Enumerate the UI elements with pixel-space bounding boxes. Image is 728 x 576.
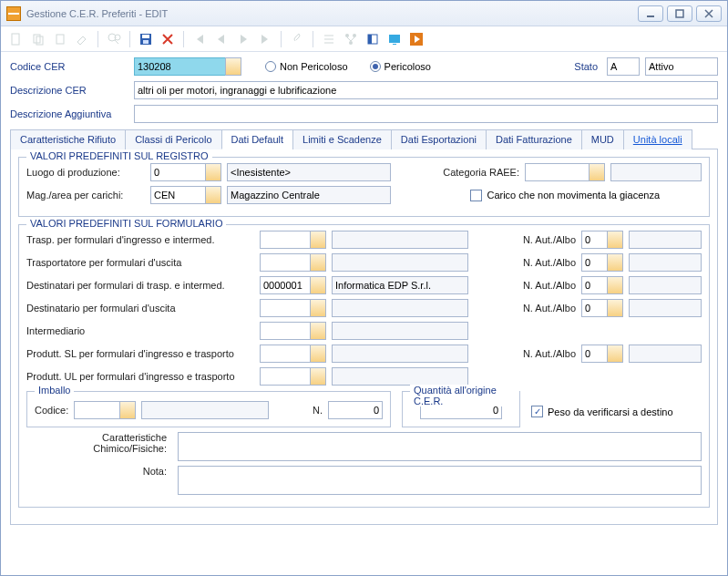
trasp-uscita-code[interactable] bbox=[260, 253, 310, 272]
descrizione-agg-input[interactable] bbox=[134, 105, 718, 123]
prod-ul-code[interactable] bbox=[260, 367, 310, 386]
peso-checkbox[interactable]: Peso da verificarsi a destino bbox=[531, 406, 673, 417]
prod-sl-lookup-button[interactable] bbox=[310, 345, 326, 363]
tabstrip: Caratteristiche Rifiuto Classi di Perico… bbox=[10, 129, 718, 149]
next-icon[interactable] bbox=[233, 29, 253, 49]
dest-uscita-naut-label: N. Aut./Albo bbox=[523, 303, 576, 314]
tab-classi-pericolo[interactable]: Classi di Pericolo bbox=[125, 129, 221, 149]
dest-uscita-naut[interactable] bbox=[581, 299, 607, 317]
new-icon[interactable] bbox=[6, 29, 26, 49]
dest-uscita-lookup-button[interactable] bbox=[310, 299, 326, 317]
tab-caratteristiche[interactable]: Caratteristiche Rifiuto bbox=[10, 129, 126, 149]
prod-ul-lookup-button[interactable] bbox=[310, 367, 326, 386]
list-icon[interactable] bbox=[319, 29, 339, 49]
delete-icon[interactable] bbox=[158, 29, 178, 49]
prod-sl-code[interactable] bbox=[260, 345, 310, 363]
close-button[interactable] bbox=[696, 5, 722, 22]
carico-checkbox[interactable]: Carico che non movimenta la giacenza bbox=[470, 190, 660, 201]
categoria-raee-desc-input bbox=[610, 163, 702, 181]
codice-cer-lookup-button[interactable] bbox=[225, 57, 241, 76]
trasp-uscita-naut-label: N. Aut./Albo bbox=[523, 257, 576, 268]
window-title: Gestione C.E.R. Preferiti - EDIT bbox=[26, 8, 638, 19]
tree-icon[interactable] bbox=[341, 29, 361, 49]
dest-ingresso-lookup-button[interactable] bbox=[310, 276, 326, 294]
screen-icon[interactable] bbox=[385, 29, 405, 49]
titlebar: Gestione C.E.R. Preferiti - EDIT bbox=[1, 1, 727, 26]
radio-pericoloso[interactable]: Pericoloso bbox=[370, 61, 431, 72]
descrizione-agg-label: Descrizione Aggiuntiva bbox=[10, 108, 128, 119]
intermediario-lookup-button[interactable] bbox=[310, 322, 326, 340]
imballo-codice-input[interactable] bbox=[74, 401, 119, 419]
trasp-ingresso-naut-button[interactable] bbox=[607, 231, 623, 249]
attach-icon[interactable] bbox=[287, 29, 307, 49]
intermediario-code[interactable] bbox=[260, 322, 310, 340]
dest-uscita-naut-button[interactable] bbox=[607, 299, 623, 317]
trasp-uscita-naut-button[interactable] bbox=[607, 253, 623, 272]
trasp-ingresso-code[interactable] bbox=[260, 231, 310, 249]
prod-sl-naut-button[interactable] bbox=[607, 345, 623, 363]
tab-mud[interactable]: MUD bbox=[581, 129, 624, 149]
dest-ingresso-naut-button[interactable] bbox=[607, 276, 623, 294]
codice-cer-label: Codice CER bbox=[10, 61, 128, 72]
svg-rect-5 bbox=[56, 35, 64, 44]
prev-icon[interactable] bbox=[211, 29, 231, 49]
dest-ingresso-naut-desc bbox=[629, 276, 702, 294]
app-icon bbox=[6, 6, 21, 21]
trasp-uscita-label: Trasportatore per formulari d'uscita bbox=[26, 257, 254, 268]
tab-dati-default[interactable]: Dati Default bbox=[221, 129, 293, 149]
tab-limiti-scadenze[interactable]: Limiti e Scadenze bbox=[292, 129, 392, 149]
first-icon[interactable] bbox=[190, 29, 210, 49]
categoria-raee-code-input[interactable] bbox=[525, 163, 589, 181]
svg-point-12 bbox=[353, 34, 356, 37]
dest-ingresso-naut[interactable] bbox=[581, 276, 607, 294]
imballo-desc-input bbox=[141, 401, 269, 419]
paste-icon[interactable] bbox=[50, 29, 70, 49]
imballo-n-label: N. bbox=[313, 405, 323, 416]
intermediario-desc bbox=[332, 322, 468, 340]
book-icon[interactable] bbox=[363, 29, 383, 49]
minimize-button[interactable] bbox=[638, 5, 663, 22]
group-registro: VALORI PREDEFINITI SUL REGISTRO Luogo di… bbox=[18, 157, 710, 217]
copy-icon[interactable] bbox=[28, 29, 48, 49]
tab-dati-esportazioni[interactable]: Dati Esportazioni bbox=[391, 129, 487, 149]
trasp-ingresso-naut[interactable] bbox=[581, 231, 607, 249]
dest-uscita-code[interactable] bbox=[260, 299, 310, 317]
luogo-lookup[interactable] bbox=[150, 163, 221, 181]
mag-lookup[interactable] bbox=[150, 186, 221, 204]
categoria-raee-lookup-button[interactable] bbox=[589, 163, 605, 181]
nota-input[interactable] bbox=[178, 466, 702, 495]
mag-lookup-button[interactable] bbox=[205, 186, 221, 204]
mag-code-input[interactable] bbox=[150, 186, 205, 204]
tab-dati-fatturazione[interactable]: Dati Fatturazione bbox=[486, 129, 582, 149]
content-area: Codice CER Non Pericoloso Pericoloso Sta… bbox=[1, 52, 727, 534]
codice-cer-input[interactable] bbox=[134, 57, 225, 76]
nota-label: Nota: bbox=[26, 466, 172, 477]
trasp-uscita-lookup-button[interactable] bbox=[310, 253, 326, 272]
trasp-ingresso-lookup-button[interactable] bbox=[310, 231, 326, 249]
descrizione-cer-input[interactable] bbox=[134, 81, 718, 99]
save-icon[interactable] bbox=[136, 29, 156, 49]
dest-ingresso-code[interactable] bbox=[260, 276, 310, 294]
prod-sl-naut[interactable] bbox=[581, 345, 607, 363]
luogo-code-input[interactable] bbox=[150, 163, 205, 181]
dest-ingresso-desc bbox=[332, 276, 468, 294]
tab-unita-locali[interactable]: Unità locali bbox=[623, 129, 692, 149]
categoria-raee-lookup[interactable] bbox=[525, 163, 605, 181]
prod-ul-label: Produtt. UL per formulari d'ingresso e t… bbox=[26, 371, 254, 382]
maximize-button[interactable] bbox=[667, 5, 692, 22]
stato-desc-input[interactable] bbox=[645, 57, 718, 76]
imballo-n-input[interactable] bbox=[328, 401, 383, 419]
erase-icon[interactable] bbox=[72, 29, 92, 49]
play-icon[interactable] bbox=[406, 29, 426, 49]
search-icon[interactable] bbox=[104, 29, 124, 49]
svg-rect-15 bbox=[368, 35, 372, 44]
last-icon[interactable] bbox=[255, 29, 275, 49]
svg-rect-0 bbox=[647, 15, 654, 17]
car-chim-input[interactable] bbox=[178, 432, 702, 461]
stato-code-input[interactable] bbox=[607, 57, 640, 76]
imballo-lookup-button[interactable] bbox=[119, 401, 136, 419]
trasp-uscita-naut[interactable] bbox=[581, 253, 607, 272]
codice-cer-lookup[interactable] bbox=[134, 57, 241, 76]
luogo-lookup-button[interactable] bbox=[205, 163, 221, 181]
radio-non-pericoloso[interactable]: Non Pericoloso bbox=[265, 61, 348, 72]
